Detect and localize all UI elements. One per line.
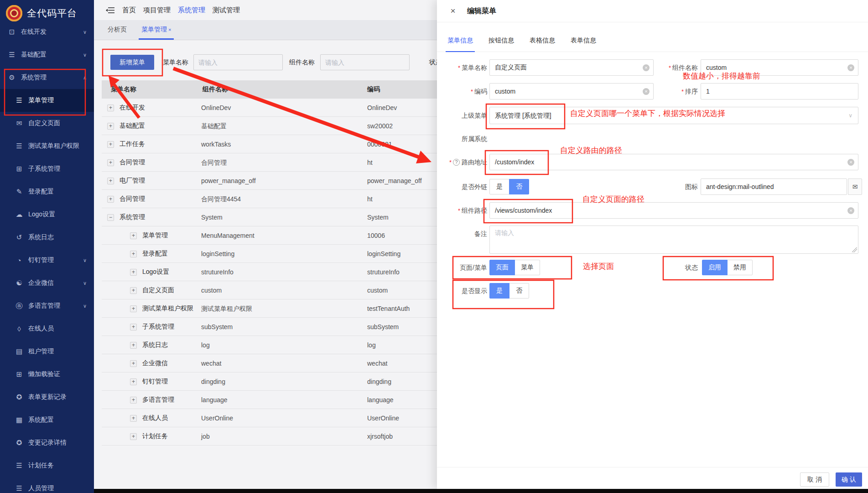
sidebar-item-system-log[interactable]: 系统日志 xyxy=(0,226,94,249)
menu-name-field[interactable] xyxy=(490,60,653,75)
clear-icon[interactable] xyxy=(847,64,854,71)
expand-icon[interactable]: + xyxy=(130,269,137,276)
expand-icon[interactable]: + xyxy=(130,287,137,294)
dingtalk-icon xyxy=(15,257,23,264)
expand-icon[interactable]: + xyxy=(130,342,137,349)
drawer-header: 编辑菜单 xyxy=(437,0,868,22)
chevron-up-icon: ∧ xyxy=(83,75,87,81)
sidebar-item-system-config[interactable]: 系统配置 xyxy=(0,409,94,431)
sidebar-item-online-users[interactable]: 在线人员 xyxy=(0,317,94,340)
visible-yes[interactable]: 是 xyxy=(489,283,509,299)
sidebar-item-custom-page[interactable]: 自定义页面 xyxy=(0,112,94,135)
menu-option[interactable]: 菜单 xyxy=(515,260,540,275)
expand-icon[interactable]: + xyxy=(130,305,137,312)
expand-icon[interactable]: + xyxy=(130,360,137,367)
component-path-field-wrap xyxy=(489,202,858,219)
remark-label: 备注 xyxy=(437,226,487,242)
component-name-field-wrap xyxy=(701,59,858,76)
add-menu-button[interactable]: 新增菜单 xyxy=(110,55,154,70)
expand-icon[interactable]: + xyxy=(130,378,137,385)
tab-analysis-page[interactable]: 分析页 xyxy=(106,26,129,40)
code-label: 编码 xyxy=(437,83,487,100)
remark-textarea[interactable] xyxy=(489,226,858,254)
navbar-item-project-mgmt[interactable]: 项目管理 xyxy=(143,6,171,15)
page-or-menu-label: 页面/菜单 xyxy=(437,259,487,276)
sidebar-item-subsystem[interactable]: 子系统管理 xyxy=(0,157,94,180)
language-icon xyxy=(15,302,23,310)
cancel-button[interactable]: 取 消 xyxy=(800,472,829,487)
sidebar-item-change-log-detail[interactable]: 变更记录详情 xyxy=(0,431,94,454)
tab-button-info[interactable]: 按钮信息 xyxy=(487,32,516,52)
filter-menu-name-input[interactable] xyxy=(193,54,283,70)
sidebar-item-multilanguage[interactable]: 多语言管理∨ xyxy=(0,294,94,317)
clear-icon[interactable] xyxy=(847,207,854,214)
component-name-field[interactable] xyxy=(701,60,858,75)
clear-icon[interactable] xyxy=(643,88,650,95)
tab-table-info[interactable]: 表格信息 xyxy=(528,32,557,52)
sidebar-item-test-tenant-auth[interactable]: 测试菜单租户权限 xyxy=(0,135,94,157)
sidebar-item-base-config[interactable]: 基础配置∨ xyxy=(0,43,94,66)
expand-icon[interactable]: + xyxy=(107,123,114,130)
expand-icon[interactable]: + xyxy=(107,105,114,111)
expand-icon[interactable]: + xyxy=(107,178,114,184)
app-title: 全代码平台 xyxy=(27,7,77,20)
tab-close-icon[interactable]: × xyxy=(168,27,171,32)
clear-icon[interactable] xyxy=(847,159,854,166)
code-field[interactable] xyxy=(490,84,653,99)
sidebar-item-login-config[interactable]: 登录配置 xyxy=(0,180,94,203)
sidebar-item-tenant-mgmt[interactable]: 租户管理 xyxy=(0,340,94,363)
clear-icon[interactable] xyxy=(643,64,650,71)
expand-icon[interactable]: + xyxy=(107,196,114,203)
parent-menu-select[interactable]: 系统管理 [系统管理] xyxy=(489,107,858,124)
chevron-down-icon: ∨ xyxy=(83,303,87,309)
icon-picker-button[interactable] xyxy=(848,178,862,195)
navbar-item-home[interactable]: 首页 xyxy=(122,6,136,15)
menu-fold-icon[interactable] xyxy=(106,7,115,14)
external-link-yes[interactable]: 是 xyxy=(489,179,509,194)
expand-icon[interactable]: + xyxy=(130,251,137,257)
visible-no[interactable]: 否 xyxy=(509,283,529,299)
expand-icon[interactable]: + xyxy=(130,415,137,422)
sidebar-item-form-update-log[interactable]: 表单更新记录 xyxy=(0,386,94,409)
page-option[interactable]: 页面 xyxy=(489,260,515,275)
navbar-item-system-mgmt[interactable]: 系统管理 xyxy=(178,6,205,15)
close-icon[interactable] xyxy=(448,6,458,16)
expand-icon[interactable]: + xyxy=(107,141,114,148)
sidebar-item-logo-setting[interactable]: Logo设置 xyxy=(0,203,94,226)
tab-menu-mgmt[interactable]: 菜单管理× xyxy=(140,26,173,40)
sidebar-item-menu-mgmt[interactable]: 菜单管理 xyxy=(0,89,94,112)
sidebar-item-dingtalk[interactable]: 钉钉管理∨ xyxy=(0,249,94,272)
sort-field[interactable] xyxy=(701,84,858,99)
table-header-code: 编码 xyxy=(367,85,380,94)
sidebar-item-online-dev[interactable]: 在线开发∨ xyxy=(0,21,94,43)
sidebar-item-lazyload-verify[interactable]: 懒加载验证 xyxy=(0,363,94,386)
expand-icon[interactable]: + xyxy=(130,433,137,440)
sidebar-item-system-mgmt[interactable]: 系统管理∧ xyxy=(0,66,94,89)
menu-name-field-wrap xyxy=(489,59,654,76)
confirm-button[interactable]: 确 认 xyxy=(836,472,862,487)
collapse-icon[interactable]: − xyxy=(107,214,114,221)
component-path-field[interactable] xyxy=(490,203,858,218)
code-field-wrap xyxy=(489,83,654,100)
status-enabled[interactable]: 启用 xyxy=(702,260,728,275)
icon-field[interactable] xyxy=(701,179,847,194)
gear-icon xyxy=(8,73,16,82)
expand-icon[interactable]: + xyxy=(130,232,137,239)
sidebar-item-scheduled-tasks[interactable]: 计划任务 xyxy=(0,454,94,477)
edit-menu-drawer: 编辑菜单 菜单信息 按钮信息 表格信息 表单信息 菜单名称 组件名称 编码 排序… xyxy=(437,0,868,489)
visible-label: 是否显示 xyxy=(437,283,487,299)
idcard-icon xyxy=(15,347,23,356)
sidebar-item-wechat-work[interactable]: 企业微信∨ xyxy=(0,272,94,294)
expand-icon[interactable]: + xyxy=(107,159,114,166)
filter-component-name-input[interactable] xyxy=(320,54,410,70)
status-disabled[interactable]: 禁用 xyxy=(727,260,753,275)
tab-menu-info[interactable]: 菜单信息 xyxy=(446,32,475,52)
expand-icon[interactable]: + xyxy=(130,324,137,330)
navbar-item-test-mgmt[interactable]: 测试管理 xyxy=(213,6,240,15)
expand-icon[interactable]: + xyxy=(130,397,137,404)
route-field[interactable] xyxy=(490,154,858,170)
sidebar-item-personnel-mgmt[interactable]: 人员管理 xyxy=(0,477,94,493)
tab-form-info[interactable]: 表单信息 xyxy=(569,32,598,52)
sort-field-wrap xyxy=(701,83,858,100)
external-link-no[interactable]: 否 xyxy=(509,179,529,194)
